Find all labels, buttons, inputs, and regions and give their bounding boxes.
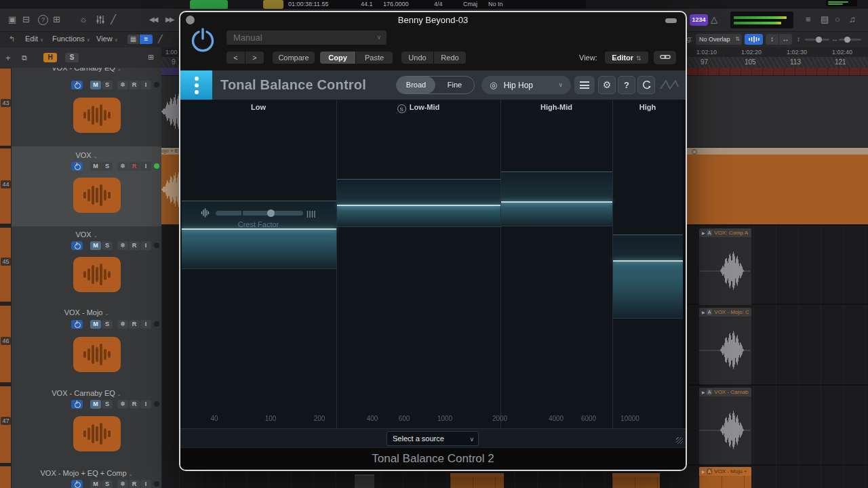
input-monitor-button[interactable]: I xyxy=(140,81,151,89)
mute-button[interactable]: M xyxy=(90,400,101,409)
solo-button[interactable]: S xyxy=(102,480,113,488)
pencil-tool-icon[interactable]: ╱ xyxy=(158,35,163,43)
mute-button[interactable]: M xyxy=(90,81,101,89)
view-mode-select[interactable]: Editor⇅ xyxy=(605,52,648,64)
audio-clip-selected[interactable]: ▶AVOX - Mojo + xyxy=(698,466,752,488)
band-solo-badge[interactable]: S xyxy=(397,104,406,113)
target-menu-icon[interactable] xyxy=(574,76,595,94)
track-header-45[interactable]: VOX⌄ M S ❄ R I xyxy=(12,226,161,305)
window-resize-pill[interactable] xyxy=(665,18,677,23)
audio-clip[interactable] xyxy=(612,473,660,488)
waveform-zoom-button[interactable] xyxy=(745,34,763,45)
audio-clip[interactable] xyxy=(355,474,374,488)
editors-icon[interactable]: ╱ xyxy=(111,14,116,26)
audio-region-selected[interactable] xyxy=(686,155,868,224)
record-enable-button[interactable]: R xyxy=(129,320,140,329)
help-icon[interactable]: ? xyxy=(38,15,48,25)
mixer-icon[interactable] xyxy=(96,15,105,28)
resize-handle[interactable] xyxy=(676,437,683,444)
freeze-button[interactable]: ❄ xyxy=(117,400,128,409)
prev-preset-button[interactable]: < xyxy=(226,52,245,64)
track-power-button[interactable] xyxy=(71,400,83,409)
history-loop-icon[interactable] xyxy=(637,76,655,94)
marker-strip[interactable] xyxy=(686,68,868,75)
track-header-44[interactable]: VOX⌄ M S ❄ R I xyxy=(12,146,161,227)
freeze-button[interactable]: ❄ xyxy=(117,320,128,329)
settings-gear-icon[interactable]: ⚙ xyxy=(598,76,616,94)
record-enable-button[interactable]: R xyxy=(129,81,140,89)
input-monitor-button[interactable]: I xyxy=(140,480,151,488)
metronome-icon[interactable]: △ xyxy=(711,14,717,26)
mute-button[interactable]: M xyxy=(90,162,101,171)
track-power-button[interactable] xyxy=(71,320,83,329)
audio-clip[interactable]: ▶AVOX - Mojo: C xyxy=(698,307,752,385)
solo-button[interactable]: S xyxy=(102,241,113,250)
import-icon[interactable]: ⊞ xyxy=(53,14,60,26)
grid-view-icon[interactable]: ▦ xyxy=(127,35,139,44)
cut-off-gold-button[interactable] xyxy=(263,0,283,9)
rewind-icon[interactable]: ◀◀ xyxy=(149,14,157,26)
freeze-button[interactable]: ❄ xyxy=(117,162,128,171)
region-fragment-purple[interactable] xyxy=(161,68,179,75)
solo-button[interactable]: S xyxy=(102,400,113,409)
help-icon[interactable]: ? xyxy=(618,76,635,94)
copy-button[interactable]: Copy xyxy=(320,52,355,64)
record-enable-button[interactable]: R xyxy=(129,241,140,250)
forward-icon[interactable]: ▶▶ xyxy=(165,14,173,26)
audio-region[interactable] xyxy=(686,76,868,147)
freeze-button[interactable]: ❄ xyxy=(117,81,128,89)
arrange-area[interactable]: ▶AVOX: Comp A ▶AVOX - Mojo: C ▶AVOX - Ca… xyxy=(686,68,868,488)
preset-select[interactable]: Manual ∨ xyxy=(226,30,387,45)
menu-functions[interactable]: Functions∨ xyxy=(52,35,90,43)
vertical-auto-zoom-icon[interactable]: ↕ xyxy=(766,34,778,45)
link-button[interactable] xyxy=(654,51,676,64)
lcd-display[interactable]: 01:00:38:11.55 44.1 176.0000 4/4 Cmaj No… xyxy=(283,0,586,9)
source-select[interactable]: Select a source ∨ xyxy=(387,431,479,446)
input-monitor-button[interactable]: I xyxy=(140,400,151,409)
record-enable-button[interactable]: R xyxy=(129,480,140,488)
track-power-button[interactable] xyxy=(71,480,83,488)
track-power-button[interactable] xyxy=(71,81,83,89)
mute-button[interactable]: M xyxy=(90,241,101,250)
audio-region[interactable] xyxy=(161,76,179,147)
tab-fine[interactable]: Fine xyxy=(435,77,474,94)
track-header-43[interactable]: VOX - Carnaby EQ⌄ M S ❄ R I xyxy=(12,68,161,147)
menu-view[interactable]: View∨ xyxy=(96,35,118,43)
track-power-button[interactable] xyxy=(71,162,83,171)
record-enable-button[interactable]: R xyxy=(129,400,140,409)
duplicate-track-icon[interactable]: ⧉ xyxy=(22,54,27,62)
region-name-strip[interactable] xyxy=(686,148,868,155)
track-header-47[interactable]: VOX - Carnaby EQ⌄ M S ❄ R I xyxy=(12,385,161,466)
tab-broad[interactable]: Broad xyxy=(397,77,435,94)
catch-playhead-icon[interactable]: ↰ xyxy=(9,35,15,43)
add-track-icon[interactable]: + xyxy=(5,53,11,63)
region-name-strip[interactable]: ojo + EQ xyxy=(161,148,179,155)
record-enable-button[interactable]: R xyxy=(129,162,140,171)
mute-button[interactable]: M xyxy=(90,320,101,329)
library-icon[interactable]: ▣ xyxy=(8,14,16,26)
count-in-badge[interactable]: 1234 xyxy=(690,14,708,26)
mute-button[interactable]: M xyxy=(90,480,101,488)
menu-edit[interactable]: Edit∨ xyxy=(25,35,43,43)
undo-button[interactable]: Undo xyxy=(401,52,433,64)
vertical-zoom-slider[interactable] xyxy=(805,39,829,41)
paste-button[interactable]: Paste xyxy=(356,52,393,64)
horizontal-auto-zoom-icon[interactable]: ↔ xyxy=(779,34,792,45)
list-editors-icon[interactable]: ≡ xyxy=(806,14,811,26)
next-preset-button[interactable]: > xyxy=(245,52,264,64)
hide-tracks-button[interactable]: H xyxy=(43,53,57,62)
input-monitor-button[interactable]: I xyxy=(140,241,151,250)
redo-button[interactable]: Redo xyxy=(434,52,466,64)
track-power-button[interactable] xyxy=(71,241,83,250)
horizontal-zoom-slider[interactable] xyxy=(839,39,861,41)
solo-button[interactable]: S xyxy=(102,320,113,329)
smart-controls-icon[interactable]: ☼ xyxy=(79,14,87,26)
track-header-46[interactable]: VOX - Mojo⌄ M S ❄ R I xyxy=(12,304,161,386)
audio-region-selected[interactable] xyxy=(161,155,179,224)
freeze-button[interactable]: ❄ xyxy=(117,241,128,250)
notes-icon[interactable]: ▤ xyxy=(821,14,829,26)
media-browser-icon[interactable]: ♫ xyxy=(849,14,856,26)
freeze-button[interactable]: ❄ xyxy=(117,480,128,488)
loop-browser-icon[interactable]: ○ xyxy=(835,14,840,26)
drag-mode-select[interactable]: No Overlap⇅ xyxy=(696,34,742,45)
